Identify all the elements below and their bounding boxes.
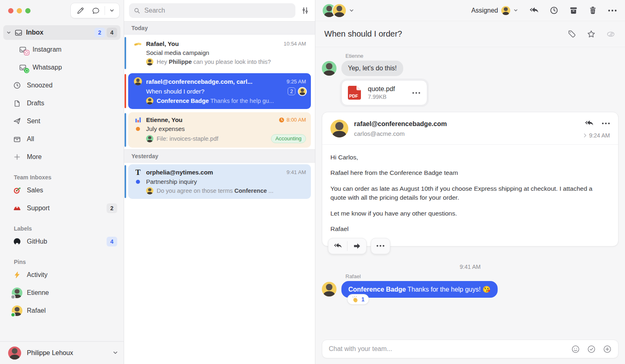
sidebar-item-label: GitHub <box>27 238 102 245</box>
email-from: rafael@conferencebadge.com <box>354 120 578 128</box>
instagram-logo-icon <box>24 50 29 55</box>
list-item-when-should-i-order[interactable]: rafael@conferencebadge.com, carl... 9:25… <box>124 72 315 111</box>
sender: Rafael, You <box>146 40 280 47</box>
add-attachment-button[interactable] <box>603 345 612 353</box>
reply-all-icon <box>333 242 342 250</box>
forward-button[interactable] <box>347 243 366 249</box>
subject: Partnership inquiry <box>146 178 306 185</box>
list-item-partnership-inquiry[interactable]: T orphelia@nytimes.com 9:41 AM Partnersh… <box>124 163 315 201</box>
sidebar-item-instagram[interactable]: Instagram <box>0 41 124 59</box>
sidebar-item-support[interactable]: Support 2 <box>0 199 124 217</box>
sidebar-item-label: Whatsapp <box>33 64 117 71</box>
list-group-header-today: Today <box>124 21 315 35</box>
label-tag-accounting[interactable]: Accounting <box>271 134 306 143</box>
sidebar-item-label: All <box>27 135 117 143</box>
pencil-icon <box>76 7 84 15</box>
emoji-button[interactable] <box>571 345 580 353</box>
attachment-card[interactable]: PDF quote.pdf 7.99KB <box>341 80 427 105</box>
eye-off-icon <box>606 30 615 39</box>
document-icon <box>13 100 21 107</box>
svg-text:PDF: PDF <box>349 94 358 98</box>
current-user-name: Philippe Lehoux <box>27 349 107 357</box>
collapse-chevron-icon[interactable] <box>583 133 587 138</box>
compose-email-button[interactable] <box>72 4 88 17</box>
sidebar-item-github[interactable]: GitHub 4 <box>0 233 124 251</box>
archive-box-icon <box>13 135 21 143</box>
list-item-july-expenses[interactable]: Etienne, You 8:00 AM July expenses File:… <box>124 111 315 149</box>
email-card: rafael@conferencebadge.com carlos@acme.c… <box>322 112 618 246</box>
conversation-toolbar: Assigned <box>315 0 625 21</box>
email-more-pill <box>371 238 390 254</box>
sidebar-item-label: Activity <box>27 271 117 279</box>
message-author: Etienne <box>345 53 618 59</box>
sidebar-item-snoozed[interactable]: Snoozed <box>0 76 124 94</box>
sidebar-item-sales[interactable]: Sales <box>0 181 124 199</box>
sidebar-item-drafts[interactable]: Drafts <box>0 94 124 112</box>
label-button[interactable] <box>568 30 576 38</box>
avatar-rafael <box>330 120 348 137</box>
avatar-etienne <box>322 61 337 76</box>
sidebar-item-more[interactable]: More <box>0 148 124 166</box>
sidebar-item-inbox[interactable]: Inbox 2 4 <box>3 25 120 40</box>
email-more-button[interactable] <box>371 245 390 247</box>
new-chat-button[interactable] <box>88 4 103 17</box>
sidebar-item-rafael[interactable]: Rafael <box>0 302 124 320</box>
sender: orphelia@nytimes.com <box>146 169 283 176</box>
compose-toolbar <box>70 3 120 18</box>
avatar-rafael <box>146 97 153 105</box>
hide-button[interactable] <box>606 30 615 39</box>
sidebar-item-whatsapp[interactable]: Whatsapp <box>0 59 124 76</box>
email-to: carlos@acme.com <box>354 130 578 137</box>
swipe-stripe <box>125 113 126 147</box>
preview: Conference Badge Thanks for the help gu.… <box>157 98 306 104</box>
time: 9:41 AM <box>286 169 306 175</box>
chat-input[interactable] <box>329 345 564 353</box>
reply-all-button[interactable] <box>529 7 539 15</box>
paper-plane-icon <box>13 117 21 125</box>
attachment-name: quote.pdf <box>368 85 395 93</box>
email-reply-all-button[interactable] <box>584 120 594 127</box>
email-more-button[interactable] <box>602 122 610 124</box>
reaction-pill[interactable]: 1 <box>347 294 369 305</box>
attachment-more-button[interactable] <box>412 92 420 94</box>
sidebar-item-sent[interactable]: Sent <box>0 112 124 130</box>
check-circle-icon <box>587 345 596 353</box>
search-input-container[interactable] <box>129 3 295 18</box>
search-input[interactable] <box>144 7 291 14</box>
trash-button[interactable] <box>589 6 597 15</box>
search-row <box>124 0 315 21</box>
close-window-button[interactable] <box>8 8 13 13</box>
star-button[interactable] <box>587 30 596 39</box>
forward-arrow-icon <box>353 243 361 249</box>
participants-avatars[interactable] <box>323 4 354 17</box>
minimize-window-button[interactable] <box>17 8 22 13</box>
sidebar-item-label: Etienne <box>27 289 117 296</box>
archive-button[interactable] <box>569 6 578 15</box>
current-user-menu[interactable]: Philippe Lehoux <box>0 341 124 364</box>
conversation-body: Etienne Yep, let's do this! PDF quote.pd… <box>315 47 625 364</box>
sidebar-item-label: More <box>27 153 117 161</box>
sidebar-item-label: Sales <box>27 187 117 194</box>
avatar-rafael <box>333 4 346 17</box>
subject: July expenses <box>146 125 306 132</box>
more-actions-button[interactable] <box>608 9 617 12</box>
sidebar-item-etienne[interactable]: Etienne <box>0 284 124 302</box>
ellipsis-icon <box>602 122 610 124</box>
list-item-social-media-campaign[interactable]: Rafael, You 10:54 AM Social media campai… <box>124 35 315 72</box>
trash-icon <box>589 6 597 15</box>
helmet-emoji-icon <box>13 204 21 212</box>
tasks-button[interactable] <box>587 345 596 353</box>
clock-icon <box>13 81 21 89</box>
sidebar-item-activity[interactable]: Activity <box>0 266 124 284</box>
email-header[interactable]: rafael@conferencebadge.com carlos@acme.c… <box>322 112 618 145</box>
sidebar-item-all[interactable]: All <box>0 130 124 148</box>
assigned-label: Assigned <box>471 7 498 14</box>
zoom-window-button[interactable] <box>25 8 31 13</box>
chat-input-bar[interactable] <box>322 340 618 358</box>
filter-button[interactable] <box>301 7 309 15</box>
list-group-header-yesterday: Yesterday <box>124 149 315 163</box>
snooze-button[interactable] <box>550 6 558 15</box>
assigned-dropdown[interactable]: Assigned <box>471 6 518 15</box>
reply-all-button[interactable] <box>328 242 347 250</box>
compose-options-button[interactable] <box>106 4 118 17</box>
